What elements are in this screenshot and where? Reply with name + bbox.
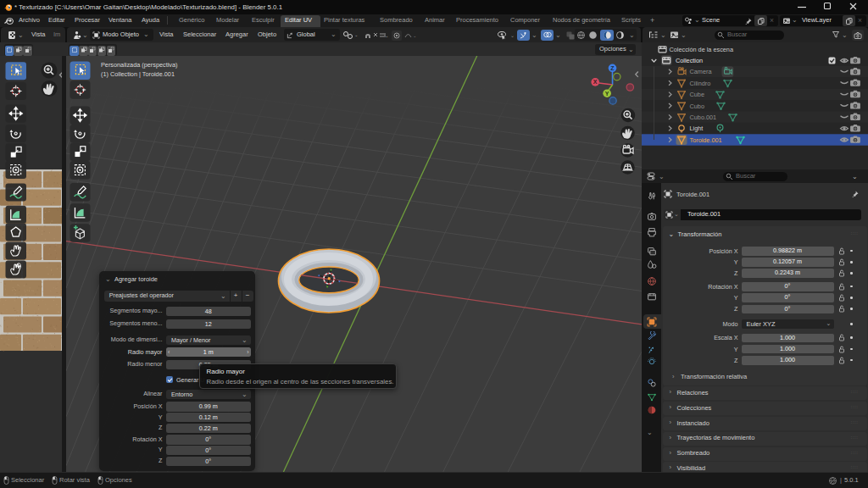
- svg-text:Z: Z: [610, 65, 615, 71]
- svg-text:Cilindro: Cilindro: [690, 80, 711, 87]
- svg-text:⌄: ⌄: [510, 33, 515, 38]
- svg-text:⌄: ⌄: [413, 33, 417, 38]
- svg-text:Colección de la escena: Colección de la escena: [670, 46, 734, 53]
- svg-text:Personalizada (perspectiva): Personalizada (perspectiva): [101, 61, 177, 69]
- svg-text:Collection: Collection: [676, 57, 703, 64]
- svg-text:⌄: ⌄: [354, 32, 359, 37]
- svg-text:Cubo.001: Cubo.001: [690, 114, 717, 121]
- svg-text:Cubo: Cubo: [690, 103, 704, 110]
- svg-text:X: X: [593, 79, 598, 85]
- svg-text:⌄: ⌄: [385, 33, 388, 38]
- svg-text:Y: Y: [605, 91, 609, 97]
- svg-text:Camera: Camera: [690, 68, 713, 75]
- svg-text:Cube: Cube: [690, 91, 704, 98]
- svg-text:(1) Collection | Toroide.001: (1) Collection | Toroide.001: [101, 70, 175, 78]
- svg-text:Light: Light: [690, 125, 704, 132]
- svg-text:Toroide.001: Toroide.001: [690, 136, 722, 144]
